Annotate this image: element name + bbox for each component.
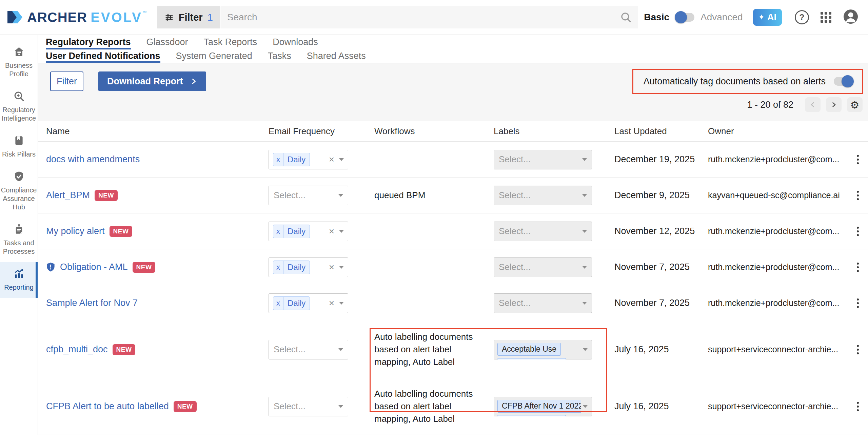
email-frequency-value: Daily	[283, 261, 310, 274]
label-chip: Acceptable Use	[497, 343, 561, 356]
search-placeholder: Search	[227, 12, 257, 23]
filter-button[interactable]: Filter	[50, 71, 83, 91]
labels-select[interactable]: CFPB After Nov 1 2022 CFPB After Nov 1 2…	[494, 397, 592, 416]
owner: ruth.mckenzie+prodcluster@com...	[700, 262, 848, 272]
chevron-down-icon	[338, 194, 343, 197]
table-settings-button[interactable]: ⚙	[847, 97, 863, 112]
help-icon[interactable]: ?	[795, 10, 809, 24]
last-updated: December 9, 2025	[605, 190, 700, 201]
tab-downloads[interactable]: Downloads	[273, 35, 318, 49]
chip-remove-icon[interactable]: x	[273, 297, 283, 310]
report-name-link[interactable]: Sample Alert for Nov 7	[46, 298, 138, 308]
chevron-down-icon	[583, 348, 588, 351]
email-frequency-chip: x Daily	[273, 296, 310, 310]
column-header-workflows: Workflows	[366, 126, 486, 137]
chevron-right-icon	[190, 78, 197, 85]
auto-tag-toggle[interactable]	[834, 77, 853, 86]
subtab-user-defined-notifications[interactable]: User Defined Notifications	[46, 49, 160, 63]
subtab-system-generated[interactable]: System Generated	[176, 49, 252, 63]
table-row: Obligation - AML NEW x Daily × Select...…	[38, 249, 868, 285]
kebab-menu-icon[interactable]	[855, 189, 861, 202]
global-filter-button[interactable]: Filter 1	[157, 6, 220, 28]
pagination: 1 - 20 of 82 ⚙	[38, 97, 868, 112]
subtab-shared-assets[interactable]: Shared Assets	[307, 49, 366, 63]
search-input[interactable]: Search	[221, 6, 638, 28]
owner: ruth.mckenzie+prodcluster@com...	[700, 298, 848, 308]
last-updated: November 7, 2025	[605, 262, 700, 272]
kebab-menu-icon[interactable]	[855, 343, 861, 356]
report-name-link[interactable]: Obligation - AML	[60, 262, 128, 272]
report-name-link[interactable]: Alert_BPM	[46, 190, 90, 201]
prev-page-button[interactable]	[805, 97, 821, 112]
labels-placeholder: Select...	[499, 298, 531, 308]
clear-icon[interactable]: ×	[329, 298, 334, 309]
email-frequency-select[interactable]: x Daily ×	[269, 293, 348, 313]
email-frequency-placeholder: Select...	[274, 344, 305, 355]
workflows-text: Auto labelling documents based on alert …	[366, 331, 486, 368]
sidebar-item-regulatory-intelligence[interactable]: Regulatory Intelligence	[0, 85, 38, 129]
download-report-button[interactable]: Download Report	[98, 71, 206, 91]
mode-advanced-label: Advanced	[701, 12, 743, 23]
clear-icon[interactable]: ×	[329, 154, 334, 165]
ai-button[interactable]: ✦ AI	[753, 9, 782, 26]
new-badge: NEW	[174, 401, 197, 412]
sidebar-item-business-profile[interactable]: Business Profile	[0, 40, 38, 85]
global-filter-label: Filter	[179, 12, 203, 23]
email-frequency-select[interactable]: Select...	[269, 397, 348, 416]
labels-select[interactable]: Select...	[494, 257, 592, 277]
kebab-menu-icon[interactable]	[855, 225, 861, 238]
labels-select[interactable]: Select...	[494, 150, 592, 169]
clear-icon[interactable]: ×	[329, 262, 334, 273]
chevron-down-icon	[339, 158, 344, 161]
gear-icon: ⚙	[850, 99, 860, 111]
kebab-menu-icon[interactable]	[855, 261, 861, 274]
email-frequency-select[interactable]: x Daily ×	[269, 150, 348, 169]
workflows-text: Auto labelling documents based on alert …	[366, 388, 486, 425]
labels-select[interactable]: Select...	[494, 186, 592, 205]
chip-remove-icon[interactable]: x	[273, 261, 283, 274]
chip-remove-icon[interactable]: x	[273, 153, 283, 166]
table-row: Alert_BPM NEW Select... queued BPM Selec…	[38, 178, 868, 213]
report-name-link[interactable]: cfpb_multi_doc	[46, 344, 108, 355]
email-frequency-select[interactable]: x Daily ×	[269, 222, 348, 241]
labels-select[interactable]: Select...	[494, 293, 592, 313]
chip-remove-icon[interactable]: x	[273, 225, 283, 238]
chevron-down-icon	[582, 194, 587, 197]
column-header-email-frequency: Email Frequency	[260, 126, 366, 137]
new-badge: NEW	[133, 262, 156, 273]
bar-chart-icon	[13, 268, 25, 281]
labels-select[interactable]: Select...	[494, 222, 592, 241]
email-frequency-value: Daily	[283, 297, 310, 310]
email-frequency-select[interactable]: Select...	[269, 186, 348, 205]
report-name-link[interactable]: docs with amendments	[46, 154, 140, 165]
home-icon	[13, 46, 25, 59]
tab-regulatory-reports[interactable]: Regulatory Reports	[46, 35, 131, 49]
email-frequency-chip: x Daily	[273, 225, 310, 238]
sidebar-item-reporting[interactable]: Reporting	[0, 262, 38, 298]
tab-glassdoor[interactable]: Glassdoor	[146, 35, 188, 49]
sidebar-item-tasks-and-processes[interactable]: Tasks and Processes	[0, 218, 38, 262]
owner: support+serviceconnector-archie...	[700, 401, 848, 411]
next-page-button[interactable]	[826, 97, 842, 112]
kebab-menu-icon[interactable]	[855, 400, 861, 413]
report-name-link[interactable]: CFPB Alert to be auto labelled	[46, 401, 169, 412]
search-icon[interactable]	[620, 12, 632, 23]
basic-advanced-toggle[interactable]	[675, 13, 694, 22]
report-name-link[interactable]: My policy alert	[46, 226, 105, 236]
email-frequency-placeholder: Select...	[274, 401, 305, 412]
book-icon	[13, 135, 25, 148]
email-frequency-select[interactable]: x Daily ×	[269, 257, 348, 277]
table-row: Sample Alert for Nov 7 x Daily × Select.…	[38, 285, 868, 321]
labels-select[interactable]: Acceptable Use Acceptable Use	[494, 340, 592, 359]
user-avatar[interactable]	[843, 9, 859, 26]
apps-grid-icon[interactable]	[821, 12, 831, 23]
kebab-menu-icon[interactable]	[855, 153, 861, 166]
sidebar-item-compliance-assurance-hub[interactable]: Compliance Assurance Hub	[0, 165, 38, 218]
clear-icon[interactable]: ×	[329, 226, 334, 237]
sidebar-item-risk-pillars[interactable]: Risk Pillars	[0, 129, 38, 165]
kebab-menu-icon[interactable]	[855, 296, 861, 310]
tab-task-reports[interactable]: Task Reports	[204, 35, 257, 49]
sidebar: Business Profile Regulatory Intelligence…	[0, 35, 38, 435]
email-frequency-select[interactable]: Select...	[269, 340, 348, 359]
subtab-tasks[interactable]: Tasks	[268, 49, 291, 63]
